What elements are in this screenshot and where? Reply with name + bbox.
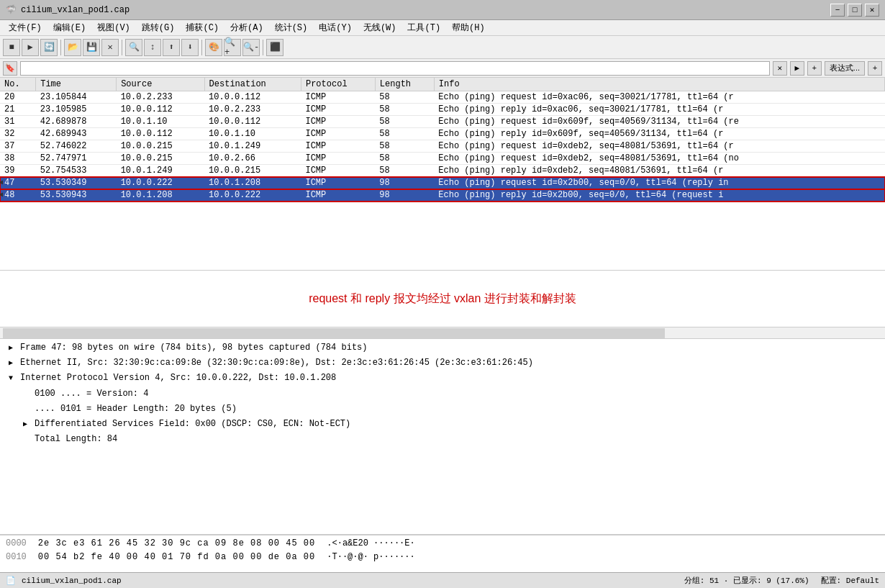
menu-item-编辑e[interactable]: 编辑(E) [47, 20, 92, 35]
filter-input[interactable]: icmp [20, 61, 770, 76]
menu-item-电话y[interactable]: 电话(Y) [313, 20, 358, 35]
collapse-icon[interactable] [6, 374, 16, 384]
toolbar-zoom-in[interactable]: 🔍+ [224, 39, 241, 56]
table-cell: Echo (ping) request id=0x2b00, seq=0/0, … [434, 177, 884, 189]
table-row[interactable]: 3852.74797110.0.0.21510.0.2.66ICMP58Echo… [0, 153, 885, 165]
table-cell: ICMP [301, 128, 375, 140]
toolbar-sep2 [122, 40, 122, 55]
packet-list[interactable]: No. Time Source Destination Protocol Len… [0, 78, 885, 270]
toolbar-prev[interactable]: ⬆ [163, 39, 180, 56]
filter-bookmark[interactable]: 🔖 [3, 61, 17, 76]
detail-text: .... 0101 = Header Length: 20 bytes (5) [35, 402, 237, 416]
maximize-button[interactable]: □ [848, 4, 862, 17]
packet-tbody: 2023.10584410.0.2.23310.0.0.112ICMP58Ech… [0, 91, 885, 202]
table-cell: 39 [0, 165, 36, 177]
menu-item-无线w[interactable]: 无线(W) [358, 20, 402, 35]
table-row[interactable]: 2023.10584410.0.2.23310.0.0.112ICMP58Ech… [0, 91, 885, 104]
detail-row: 0100 .... = Version: 4 [0, 386, 885, 402]
col-source: Source [117, 78, 204, 91]
table-row[interactable]: 3142.68987810.0.1.1010.0.0.112ICMP58Echo… [0, 116, 885, 128]
detail-row[interactable]: Ethernet II, Src: 32:30:9c:ca:09:8e (32:… [0, 356, 885, 371]
packet-detail[interactable]: Frame 47: 98 bytes on wire (784 bits), 9… [0, 339, 885, 535]
filter-clear[interactable]: ✕ [773, 61, 787, 76]
table-cell: Echo (ping) request id=0x609f, seq=40569… [434, 116, 884, 128]
toolbar-next[interactable]: ⬇ [181, 39, 199, 56]
table-cell: 52.747971 [36, 153, 117, 165]
menu-item-跳转g[interactable]: 跳转(G) [136, 20, 181, 35]
table-row[interactable]: ◀4853.53094310.0.1.20810.0.0.222ICMP98Ec… [0, 189, 885, 202]
toolbar-close[interactable]: ✕ [101, 39, 119, 56]
table-cell: 52.746022 [36, 140, 117, 153]
expand-icon[interactable] [20, 420, 30, 430]
table-cell: 10.0.0.222 [204, 189, 301, 202]
table-row[interactable]: ◀4753.53034910.0.0.22210.0.1.208ICMP98Ec… [0, 177, 885, 189]
status-right: 分组: 51 · 已显示: 9 (17.6%) 配置: Default [684, 575, 879, 586]
table-cell: 23.105844 [36, 91, 117, 104]
status-stats: 分组: 51 · 已显示: 9 (17.6%) [684, 575, 809, 586]
app-icon: 🦈 [6, 4, 17, 15]
hscroll-area[interactable] [0, 327, 885, 339]
table-cell: 58 [375, 104, 434, 116]
detail-row[interactable]: Frame 47: 98 bytes on wire (784 bits), 9… [0, 340, 885, 356]
close-button[interactable]: ✕ [865, 4, 879, 17]
expand-icon[interactable] [6, 343, 16, 353]
table-cell: 10.0.0.112 [117, 104, 204, 116]
toolbar-save[interactable]: 💾 [83, 39, 100, 56]
detail-row[interactable]: Differentiated Services Field: 0x00 (DSC… [0, 417, 885, 432]
table-cell: 10.0.0.112 [204, 91, 301, 104]
detail-row: .... 0101 = Header Length: 20 bytes (5) [0, 402, 885, 417]
menu-item-统计s[interactable]: 统计(S) [269, 20, 314, 35]
table-cell: 37 [0, 140, 36, 153]
table-row[interactable]: 3752.74602210.0.0.21510.0.1.249ICMP58Ech… [0, 140, 885, 153]
table-cell: Echo (ping) request id=0xac06, seq=30021… [434, 91, 884, 104]
table-row[interactable]: 2123.10598510.0.0.11210.0.2.233ICMP58Ech… [0, 104, 885, 116]
table-cell: 58 [375, 91, 434, 104]
expression-button[interactable]: 表达式... [825, 61, 865, 76]
detail-text: Internet Protocol Version 4, Src: 10.0.0… [20, 371, 336, 385]
filter-arrow[interactable]: ▶ [790, 61, 804, 76]
toolbar-find[interactable]: 🔍 [125, 39, 142, 56]
table-row[interactable]: 3242.68994310.0.0.11210.0.1.10ICMP58Echo… [0, 128, 885, 140]
toolbar-stop[interactable]: ■ [3, 39, 20, 56]
table-cell: Echo (ping) reply id=0x2b00, seq=0/0, tt… [434, 189, 884, 202]
toolbar: ■ ▶ 🔄 📂 💾 ✕ 🔍 ↕ ⬆ ⬇ 🎨 🔍+ 🔍- ⬛ [0, 36, 885, 59]
toolbar-open[interactable]: 📂 [64, 39, 81, 56]
table-cell: ICMP [301, 153, 375, 165]
detail-text: Ethernet II, Src: 32:30:9c:ca:09:8e (32:… [20, 356, 533, 370]
table-cell: 53.530349 [36, 177, 117, 189]
hex-dump: 00002e 3c e3 61 26 45 32 30 9c ca 09 8e … [0, 535, 885, 572]
menu-item-分析a[interactable]: 分析(A) [224, 20, 269, 35]
hex-bytes: 2e 3c e3 61 26 45 32 30 9c ca 09 8e 08 0… [38, 537, 315, 551]
detail-row[interactable]: Internet Protocol Version 4, Src: 10.0.0… [0, 371, 885, 386]
hex-offset: 0010 [6, 551, 27, 564]
menu-item-工具t[interactable]: 工具(T) [401, 20, 446, 35]
table-cell: 10.0.0.112 [117, 128, 204, 140]
toolbar-go[interactable]: ↕ [144, 39, 161, 56]
table-cell: 20 [0, 91, 36, 104]
status-filename: cilium_vxlan_pod1.cap [22, 576, 122, 585]
toolbar-resize[interactable]: ⬛ [266, 39, 283, 56]
menu-item-捕获c[interactable]: 捕获(C) [180, 20, 224, 35]
menu-item-视图v[interactable]: 视图(V) [91, 20, 136, 35]
table-row[interactable]: 3952.75453310.0.1.24910.0.0.215ICMP58Ech… [0, 165, 885, 177]
col-protocol: Protocol [301, 78, 375, 91]
table-cell: 42.689943 [36, 128, 117, 140]
annotation-area: request 和 reply 报文均经过 vxlan 进行封装和解封装 [0, 270, 885, 327]
menu-item-文件f[interactable]: 文件(F) [3, 20, 47, 35]
title-bar: 🦈 cilium_vxlan_pod1.cap − □ ✕ [0, 0, 885, 20]
toolbar-zoom-out[interactable]: 🔍- [242, 39, 260, 56]
hscrollbar[interactable] [3, 328, 665, 338]
filter-add[interactable]: + [807, 61, 822, 76]
toolbar-start[interactable]: ▶ [22, 39, 39, 56]
status-file-icon: 📄 [6, 576, 16, 585]
toolbar-restart[interactable]: 🔄 [40, 39, 58, 56]
table-cell: 53.530943 [36, 189, 117, 202]
menu-item-帮助h[interactable]: 帮助(H) [446, 20, 491, 35]
table-cell: 10.0.1.249 [117, 165, 204, 177]
expand-icon[interactable] [6, 358, 16, 368]
toolbar-colorize[interactable]: 🎨 [205, 39, 222, 56]
minimize-button[interactable]: − [830, 4, 845, 17]
status-left: 📄 cilium_vxlan_pod1.cap [6, 576, 122, 585]
filter-plus[interactable]: + [868, 61, 882, 76]
table-cell: 10.0.1.10 [204, 128, 301, 140]
